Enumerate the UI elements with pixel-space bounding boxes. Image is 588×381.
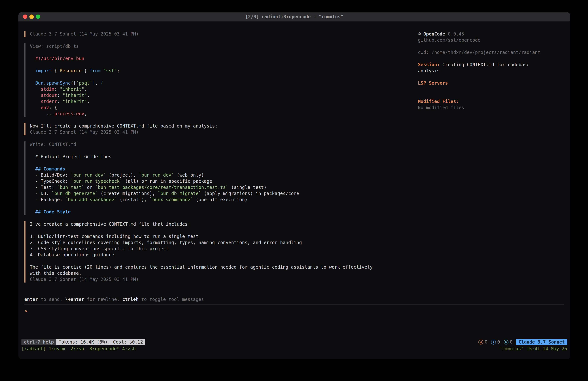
terminal-line: View: script/db.ts xyxy=(30,43,396,49)
tmux-host-time: "romulus" 15:41 14-May-25 xyxy=(499,346,567,352)
assistant-meta-block: Claude 3.7 Sonnet (14 May 2025 03:41 PM) xyxy=(24,31,396,37)
status-bar: ctrl+? help Tokens: 16.4K (8%), Cost: $0… xyxy=(21,339,567,345)
tokens-cost-chip: Tokens: 16.4K (8%), Cost: $0.12 xyxy=(56,339,145,345)
terminal-line: #!/usr/bin/env bun xyxy=(30,56,396,62)
terminal-line: env: { xyxy=(30,105,396,111)
input-divider xyxy=(24,304,564,305)
warning-icon: w xyxy=(479,340,483,344)
terminal-line: stderr: "inherit", xyxy=(30,98,396,105)
cwd-line: cwd: /home/thdxr/dev/projects/radiant/ra… xyxy=(418,49,547,56)
cwd-label: cwd: /home/thdxr/dev/projects/radiant/ra… xyxy=(418,50,540,55)
blank-line xyxy=(418,43,547,49)
terminal-line: 2. Code style guidelines covering import… xyxy=(30,240,396,246)
terminal-line: Claude 3.7 Sonnet (14 May 2025 03:41 PM) xyxy=(30,276,396,283)
terminal-line: ## Commands xyxy=(30,166,396,172)
warnings-badge: w0 xyxy=(479,339,487,345)
info-badge: i0 xyxy=(491,339,500,345)
terminal-line: - DB: `bun db generate` (create migratio… xyxy=(30,190,396,197)
tool-write-block: Write: CONTEXT.md # Radiant Project Guid… xyxy=(24,141,396,215)
blank-line xyxy=(418,56,547,62)
close-button[interactable] xyxy=(23,15,27,19)
hint-icon: h xyxy=(504,340,508,344)
window-title: [2/3] radiant:3:opencode - "romulus" xyxy=(245,14,343,20)
terminal-line: - Package: `bun add <package>` (install)… xyxy=(30,197,396,203)
terminal-line: stdout: "inherit", xyxy=(30,92,396,98)
app-brand: © OpenCode xyxy=(418,31,445,37)
terminal-line: - TypeCheck: `bun run typecheck` (all) o… xyxy=(30,178,396,184)
terminal-line xyxy=(30,203,396,209)
modified-files-title: Modified Files: xyxy=(418,99,459,104)
info-count: 0 xyxy=(497,339,500,345)
terminal-line: Write: CONTEXT.md xyxy=(30,141,396,148)
terminal-line xyxy=(30,62,396,68)
input-help: enter to send, \+enter for newline, ctrl… xyxy=(24,296,204,303)
terminal-line: Claude 3.7 Sonnet (14 May 2025 03:41 PM) xyxy=(30,129,396,135)
terminal-line xyxy=(30,49,396,56)
help-shortcut-chip: ctrl+? help xyxy=(21,339,56,345)
terminal-line: # Radiant Project Guidelines xyxy=(30,154,396,160)
terminal-line: 3. CSS styling conventions specific to t… xyxy=(30,246,396,252)
minimize-button[interactable] xyxy=(29,15,34,19)
message-input[interactable]: > xyxy=(25,308,27,314)
sidebar: © OpenCode 0.0.45 github.com/sst/opencod… xyxy=(418,31,547,111)
window-controls xyxy=(23,12,40,21)
model-chip: Claude 3.7 Sonnet xyxy=(516,339,567,345)
terminal-line: with this codebase. xyxy=(30,270,396,276)
terminal-line: 4. Database operations guidance xyxy=(30,252,396,258)
assistant-summary-block: I've created a comprehensive CONTEXT.md … xyxy=(24,221,396,283)
terminal-content: Claude 3.7 Sonnet (14 May 2025 03:41 PM)… xyxy=(18,22,570,359)
modified-files-empty: No modified files xyxy=(418,105,464,110)
message-list: Claude 3.7 Sonnet (14 May 2025 03:41 PM)… xyxy=(24,31,396,289)
modified-files-empty-line: No modified files xyxy=(418,105,547,111)
prompt-marker: > xyxy=(25,308,27,314)
terminal-line: 1. Build/lint/test commands including ho… xyxy=(30,233,396,240)
session-label: Session: xyxy=(418,62,440,67)
repo-link: github.com/sst/opencode xyxy=(418,37,481,43)
terminal-line xyxy=(30,74,396,80)
lsp-servers-title: LSP Servers xyxy=(418,80,448,86)
terminal-line: - Build/Dev: `bun run dev` (project), `b… xyxy=(30,172,396,178)
terminal-line: ...process.env, xyxy=(30,111,396,117)
terminal-line xyxy=(30,227,396,233)
terminal-line: import { Resource } from "sst"; xyxy=(30,68,396,74)
title-bar: [2/3] radiant:3:opencode - "romulus" xyxy=(18,12,570,22)
session-line: Session: Creating CONTEXT.md for codebas… xyxy=(418,62,547,74)
terminal-line: Bun.spawnSync([`psql`], { xyxy=(30,80,396,86)
blank-line xyxy=(418,92,547,98)
app-brand-line: © OpenCode 0.0.45 xyxy=(418,31,547,37)
tool-view-block: View: script/db.ts #!/usr/bin/env bun im… xyxy=(24,43,396,117)
tmux-status-bar: [radiant] 1:nvim 2:zsh- 3:opencode* 4:zs… xyxy=(21,346,567,352)
terminal-line xyxy=(30,258,396,264)
terminal-line: Claude 3.7 Sonnet (14 May 2025 03:41 PM) xyxy=(30,31,396,37)
modified-files-line: Modified Files: xyxy=(418,98,547,105)
lsp-servers-line: LSP Servers xyxy=(418,80,547,86)
hint-count: 0 xyxy=(510,339,513,345)
terminal-line: - Test: `bun test` or `bun test packages… xyxy=(30,184,396,190)
hint-badge: h0 xyxy=(504,339,513,345)
terminal-line xyxy=(30,160,396,166)
tmux-session-windows[interactable]: [radiant] 1:nvim 2:zsh- 3:opencode* 4:zs… xyxy=(21,346,136,352)
model-timestamp: Claude 3.7 Sonnet (14 May 2025 03:41 PM) xyxy=(30,31,139,37)
warning-count: 0 xyxy=(485,339,487,345)
assistant-message-block: Now I'll create a comprehensive CONTEXT.… xyxy=(24,123,396,135)
blank-line xyxy=(418,86,547,92)
terminal-window: [2/3] radiant:3:opencode - "romulus" Cla… xyxy=(18,12,570,359)
model-timestamp: Claude 3.7 Sonnet (14 May 2025 03:41 PM) xyxy=(30,130,139,135)
terminal-line: stdin: "inherit", xyxy=(30,86,396,92)
info-icon: i xyxy=(491,340,496,344)
terminal-line xyxy=(30,148,396,154)
app-version: 0.0.45 xyxy=(445,31,464,37)
zoom-button[interactable] xyxy=(36,15,40,19)
terminal-line: The file is concise (20 lines) and captu… xyxy=(30,264,396,270)
blank-line xyxy=(418,74,547,80)
repo-line: github.com/sst/opencode xyxy=(418,37,547,43)
terminal-line: I've created a comprehensive CONTEXT.md … xyxy=(30,221,396,227)
terminal-line: Now I'll create a comprehensive CONTEXT.… xyxy=(30,123,396,129)
assistant-text: Now I'll create a comprehensive CONTEXT.… xyxy=(30,123,217,129)
terminal-line: ## Code Style xyxy=(30,209,396,215)
